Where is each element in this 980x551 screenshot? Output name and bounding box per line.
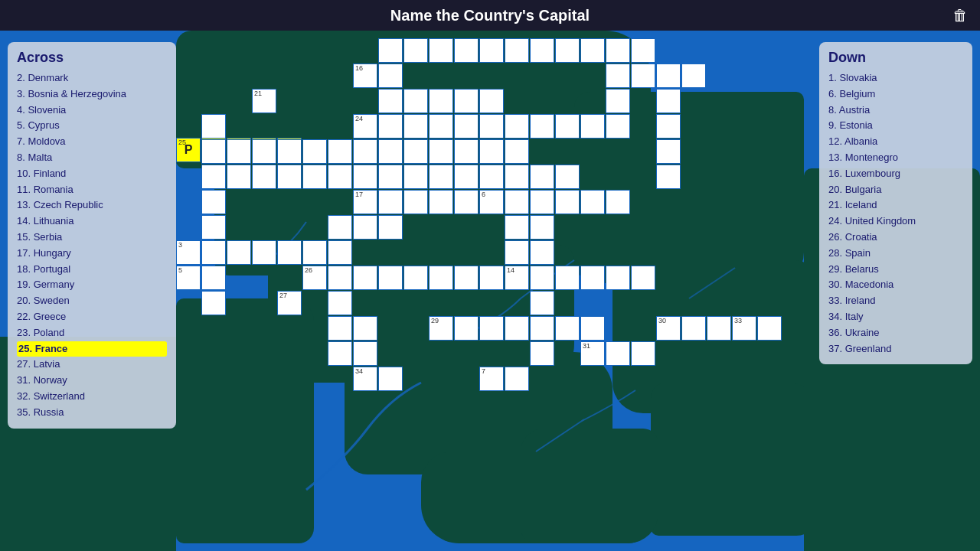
crossword-cell[interactable] [328, 240, 352, 265]
crossword-cell[interactable]: 33 [732, 316, 756, 341]
crossword-cell[interactable] [378, 266, 403, 290]
crossword-cell[interactable] [580, 38, 605, 63]
crossword-cell[interactable] [606, 266, 630, 290]
crossword-cell[interactable] [530, 266, 554, 290]
crossword-cell[interactable] [505, 190, 529, 214]
crossword-cell[interactable] [656, 165, 681, 189]
crossword-cell[interactable] [201, 165, 226, 189]
crossword-cell[interactable] [505, 114, 529, 139]
crossword-cell[interactable] [555, 114, 580, 139]
down-clue-6[interactable]: 6. Belgium [828, 86, 963, 103]
crossword-cell[interactable] [201, 215, 226, 240]
crossword-cell[interactable]: 26 [302, 266, 327, 290]
crossword-cell[interactable] [378, 215, 403, 240]
crossword-cell[interactable] [201, 266, 226, 290]
crossword-cell[interactable] [328, 316, 352, 341]
crossword-cell[interactable] [479, 316, 504, 341]
crossword-cell[interactable] [201, 291, 226, 315]
across-clue-22[interactable]: 22. Greece [17, 309, 167, 325]
crossword-cell[interactable] [353, 266, 377, 290]
crossword-cell[interactable] [378, 367, 403, 391]
crossword-cell[interactable] [656, 114, 681, 139]
crossword-cell[interactable] [580, 114, 605, 139]
crossword-cell[interactable]: 31 [580, 341, 605, 366]
crossword-cell[interactable] [403, 139, 428, 164]
crossword-cell[interactable] [302, 240, 327, 265]
crossword-cell[interactable] [403, 190, 428, 214]
crossword-cell[interactable] [606, 38, 630, 63]
crossword-cell[interactable] [429, 266, 453, 290]
crossword-cell[interactable] [454, 266, 479, 290]
crossword-cell[interactable] [201, 139, 226, 164]
crossword-cell[interactable] [328, 139, 352, 164]
crossword-cell[interactable] [454, 114, 479, 139]
crossword-cell[interactable] [378, 114, 403, 139]
crossword-cell[interactable] [580, 190, 605, 214]
crossword-cell[interactable] [277, 165, 302, 189]
across-clue-4[interactable]: 4. Slovenia [17, 103, 167, 119]
crossword-cell[interactable] [606, 114, 630, 139]
crossword-cell[interactable] [429, 89, 453, 113]
crossword-cell[interactable] [454, 139, 479, 164]
crossword-cell[interactable] [277, 240, 302, 265]
crossword-cell[interactable] [606, 341, 630, 366]
crossword-cell[interactable] [227, 139, 251, 164]
crossword-cell[interactable] [530, 291, 554, 315]
crossword-cell[interactable] [631, 266, 655, 290]
crossword-cell[interactable] [505, 367, 529, 391]
crossword-cell[interactable] [429, 190, 453, 214]
crossword-cell[interactable] [201, 240, 226, 265]
crossword-cell[interactable] [328, 291, 352, 315]
crossword-cell[interactable] [403, 89, 428, 113]
crossword-cell[interactable] [353, 316, 377, 341]
crossword-cell[interactable] [530, 190, 554, 214]
crossword-cell[interactable] [530, 114, 554, 139]
crossword-cell[interactable] [454, 165, 479, 189]
crossword-cell[interactable] [555, 165, 580, 189]
crossword-cell[interactable] [505, 139, 529, 164]
crossword-cell[interactable] [378, 89, 403, 113]
across-clue-27[interactable]: 27. Latvia [17, 357, 167, 373]
crossword-cell[interactable] [403, 114, 428, 139]
down-clue-36[interactable]: 36. Ukraine [828, 325, 963, 341]
across-clue-19[interactable]: 19. Germany [17, 277, 167, 293]
crossword-cell[interactable] [631, 38, 655, 63]
across-clue-25[interactable]: 25. France [17, 341, 167, 357]
crossword-cell[interactable]: 16 [353, 64, 377, 88]
crossword-cell[interactable] [403, 165, 428, 189]
crossword-cell[interactable] [378, 190, 403, 214]
crossword-cell[interactable] [454, 89, 479, 113]
crossword-cell[interactable] [479, 266, 504, 290]
crossword-cell[interactable] [530, 316, 554, 341]
down-clue-9[interactable]: 9. Estonia [828, 118, 963, 134]
down-clue-13[interactable]: 13. Montenegro [828, 150, 963, 166]
crossword-cell[interactable] [378, 139, 403, 164]
crossword-cell[interactable] [328, 215, 352, 240]
crossword-cell[interactable] [201, 190, 226, 214]
crossword-cell[interactable]: 5 [176, 266, 201, 290]
across-clue-2[interactable]: 2. Denmark [17, 70, 167, 86]
crossword-cell[interactable] [403, 266, 428, 290]
down-clue-8[interactable]: 8. Austria [828, 103, 963, 119]
across-clue-35[interactable]: 35. Russia [17, 405, 167, 421]
crossword-cell[interactable] [429, 114, 453, 139]
crossword-cell[interactable] [479, 114, 504, 139]
down-clue-20[interactable]: 20. Bulgaria [828, 182, 963, 198]
crossword-cell[interactable] [353, 215, 377, 240]
crossword-cell[interactable] [252, 240, 276, 265]
across-clue-32[interactable]: 32. Switzerland [17, 389, 167, 405]
crossword-cell[interactable] [631, 64, 655, 88]
across-clue-15[interactable]: 15. Serbia [17, 230, 167, 246]
crossword-cell[interactable] [555, 38, 580, 63]
crossword-cell[interactable] [454, 38, 479, 63]
down-clue-26[interactable]: 26. Croatia [828, 230, 963, 246]
crossword-cell[interactable] [252, 139, 276, 164]
down-clue-16[interactable]: 16. Luxembourg [828, 166, 963, 182]
crossword-cell[interactable] [201, 114, 226, 139]
across-clue-14[interactable]: 14. Lithuania [17, 214, 167, 230]
down-clue-30[interactable]: 30. Macedonia [828, 277, 963, 293]
crossword-cell[interactable] [429, 139, 453, 164]
across-clue-31[interactable]: 31. Norway [17, 373, 167, 389]
crossword-cell[interactable] [580, 266, 605, 290]
crossword-cell[interactable] [454, 190, 479, 214]
